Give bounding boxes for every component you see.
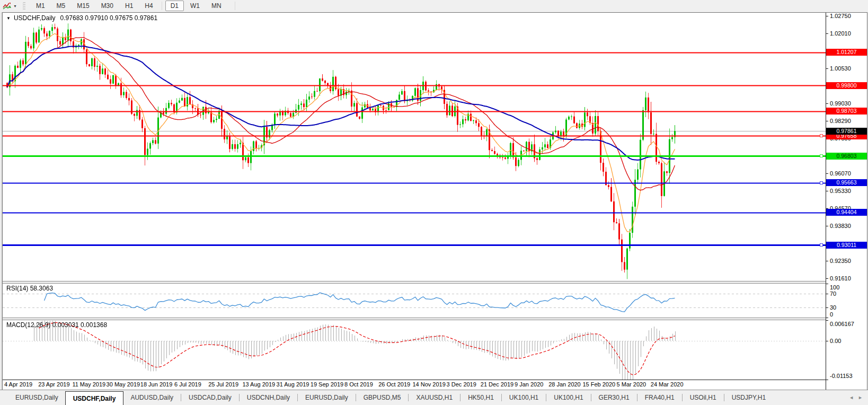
chart-tab-audusd-daily[interactable]: AUDUSD,Daily: [123, 390, 180, 405]
date-axis[interactable]: 4 Apr 201923 Apr 201911 May 201930 May 2…: [3, 380, 826, 390]
axis-tick: [826, 121, 828, 121]
toolbar-separator: [162, 2, 162, 10]
axis-tick-label: 0.95330: [830, 188, 851, 194]
date-tick-label: 25 Jul 2019: [208, 381, 238, 388]
axis-tick-label: 0.92350: [830, 258, 851, 264]
chart-window: ▼ USDCHF,Daily 0.97683 0.97910 0.97675 0…: [2, 12, 867, 390]
rsi-pane[interactable]: RSI(14) 58.3063: [3, 284, 826, 318]
timeframe-button-m30[interactable]: M30: [96, 1, 119, 11]
date-tick-label: 18 Jun 2019: [140, 381, 173, 388]
chart-title-ohlc: 0.97683 0.97910 0.97675 0.97861: [60, 14, 158, 22]
rsi-canvas[interactable]: [3, 284, 826, 318]
axis-tick: [826, 33, 828, 34]
tab-scroll-left-icon[interactable]: ◄: [849, 395, 854, 400]
date-tick-label: 30 May 2019: [107, 381, 140, 388]
date-tick-label: 8 Oct 2019: [344, 381, 373, 388]
tab-scroll-arrows: ◄ ►: [849, 390, 863, 405]
chart-tab-usdjpy-h1[interactable]: USDJPY,H1: [725, 390, 773, 405]
axis-tick: [826, 68, 828, 69]
chart-tab-eurusd-daily[interactable]: EURUSD,Daily: [298, 390, 355, 405]
axis-tick-label: 30: [830, 304, 836, 311]
macd-label: MACD(12,26,9) 0.003031 0.001368: [6, 321, 107, 329]
axis-tick-label: 0.93830: [830, 223, 851, 229]
axis-tick-label: 0.98290: [830, 118, 851, 124]
axis-tick-label: 1.00530: [830, 65, 851, 72]
date-tick-label: 11 May 2019: [72, 381, 105, 388]
chart-tab-eurusd-daily[interactable]: EURUSD,Daily: [8, 390, 65, 405]
chart-tab-usoil-h1[interactable]: USOil,H1: [683, 390, 723, 405]
tab-divider: [408, 394, 409, 401]
tab-divider: [181, 394, 181, 401]
axis-tick: [826, 320, 828, 321]
tab-divider: [460, 394, 460, 401]
chart-tab-uk100-h1[interactable]: UK100,H1: [502, 390, 545, 405]
chart-tab-uk100-h1[interactable]: UK100,H1: [547, 390, 590, 405]
axis-tick: [826, 191, 828, 191]
date-tick-label: 19 Sep 2019: [311, 381, 343, 388]
date-tick-label: 26 Oct 2019: [378, 381, 410, 388]
date-tick-label: 15 Feb 2020: [582, 381, 615, 388]
chart-objects-dropdown-icon[interactable]: ▼: [13, 4, 17, 8]
axis-tick: [826, 226, 828, 226]
axis-tick-label: 0.00: [830, 338, 841, 344]
date-tick-label: 24 Mar 2020: [651, 381, 684, 388]
toolbar-separator: [235, 2, 235, 10]
timeframe-button-m15[interactable]: M15: [72, 1, 94, 11]
chart-title-dropdown-icon[interactable]: ▼: [6, 16, 11, 21]
timeframe-button-m5[interactable]: M5: [51, 1, 71, 11]
chart-tab-hk50-h1[interactable]: HK50,H1: [461, 390, 501, 405]
axis-tick-label: 1.02010: [830, 30, 851, 37]
chart-tab-gbpusd-m5[interactable]: GBPUSD,M5: [357, 390, 408, 405]
date-tick-label: 6 Jul 2019: [174, 381, 201, 388]
chart-tab-ger30-h1[interactable]: GER30,H1: [592, 390, 636, 405]
tab-divider: [591, 394, 591, 401]
timeframe-button-m1[interactable]: M1: [31, 1, 50, 11]
tab-divider: [501, 394, 502, 401]
date-tick-label: 13 Aug 2019: [242, 381, 275, 388]
chart-objects-icon[interactable]: [2, 2, 12, 10]
price-level-badge: 0.95663: [826, 179, 867, 186]
chart-tab-fra40-h1[interactable]: FRA40,H1: [638, 390, 681, 405]
chart-panes: ▼ USDCHF,Daily 0.97683 0.97910 0.97675 0…: [3, 13, 826, 390]
macd-canvas[interactable]: [3, 320, 826, 380]
axis-tick-label: 100: [830, 284, 839, 290]
date-tick-label: 9 Jan 2020: [515, 381, 543, 388]
timeframe-toolbar: M1M5M15M30H1H4D1W1MN: [30, 0, 238, 12]
axis-tick: [826, 103, 828, 104]
axis-tick: [826, 380, 828, 380]
timeframe-button-mn[interactable]: MN: [206, 1, 227, 11]
chart-title-symbol: USDCHF,Daily: [14, 14, 56, 22]
timeframe-button-h4[interactable]: H4: [139, 1, 158, 11]
timeframe-button-d1[interactable]: D1: [165, 1, 184, 11]
tab-scroll-right-icon[interactable]: ►: [858, 395, 863, 400]
chart-tab-usdcad-daily[interactable]: USDCAD,Daily: [182, 390, 238, 405]
axis-tick-label: 0.91610: [830, 275, 851, 281]
toolbar-grip[interactable]: [23, 2, 25, 10]
tab-divider: [297, 394, 298, 401]
date-tick-label: 28 Jan 2020: [548, 381, 581, 388]
toolbar: ▼ M1M5M15M30H1H4D1W1MN: [0, 0, 868, 12]
chart-title: ▼ USDCHF,Daily 0.97683 0.97910 0.97675 0…: [6, 14, 157, 22]
axis-tick: [826, 294, 828, 294]
chart-tab-usdcnh-daily[interactable]: USDCNH,Daily: [240, 390, 297, 405]
axis-tick-label: 0.99030: [830, 100, 851, 107]
current-price-badge: 0.97861: [826, 128, 867, 135]
date-tick-label: 3 Dec 2019: [447, 381, 476, 388]
timeframe-button-w1[interactable]: W1: [185, 1, 205, 11]
tab-divider: [239, 394, 240, 401]
timeframe-button-h1[interactable]: H1: [120, 1, 138, 11]
axis-tick: [826, 284, 828, 284]
macd-pane[interactable]: MACD(12,26,9) 0.003031 0.001368: [3, 320, 826, 380]
chart-tabs: EURUSD,DailyUSDCHF,DailyAUDUSD,DailyUSDC…: [8, 390, 773, 405]
tab-divider: [724, 394, 724, 401]
price-pane[interactable]: ▼ USDCHF,Daily 0.97683 0.97910 0.97675 0…: [3, 13, 826, 281]
price-level-badge: 1.01207: [826, 49, 867, 56]
chart-tab-xauusd-h1[interactable]: XAUUSD,H1: [409, 390, 459, 405]
price-level-badge: 0.93011: [826, 242, 867, 249]
date-tick-label: 5 Mar 2020: [617, 381, 646, 388]
tab-divider: [682, 394, 683, 401]
price-axis[interactable]: 1.027501.020101.005300.990300.982900.975…: [826, 13, 867, 390]
price-chart-canvas[interactable]: [3, 13, 826, 281]
axis-tick: [826, 341, 828, 341]
chart-tab-usdchf-daily[interactable]: USDCHF,Daily: [65, 391, 124, 405]
